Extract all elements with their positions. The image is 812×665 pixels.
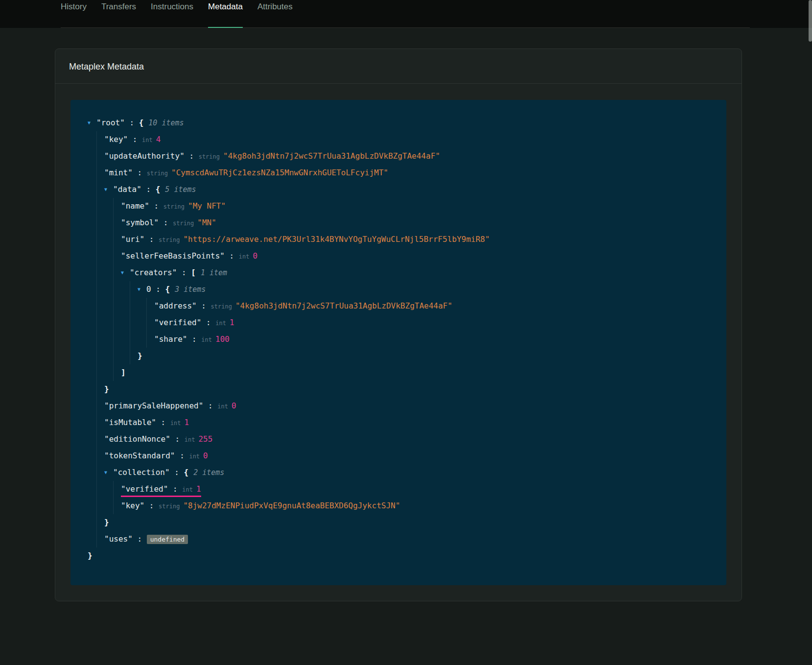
json-colon: :	[149, 201, 163, 211]
card-body: ▼"root" : {10 items"key" : int4"updateAu…	[55, 84, 742, 601]
json-closing-line: }	[104, 381, 709, 398]
json-value-string: "https://arweave.net/PK3Url31k4BYNvYOgTu…	[183, 235, 489, 244]
json-value-int: 0	[253, 251, 258, 261]
json-value-int: 4	[156, 135, 161, 144]
line-content: "verified" : int1	[154, 314, 234, 332]
tab-instructions[interactable]: Instructions	[151, 0, 193, 27]
tab-metadata[interactable]: Metadata	[208, 0, 243, 27]
json-key: "symbol"	[121, 218, 159, 227]
open-brace: {	[165, 285, 170, 294]
line-content: "isMutable" : int1	[104, 414, 189, 431]
json-children-group: "verified" : int1"key" : string"8jw27dMz…	[113, 481, 709, 514]
close-brace: }	[88, 551, 93, 560]
json-colon: :	[133, 534, 147, 544]
json-node: "updateAuthority" : string"4kg8oh3jdNtn7…	[104, 148, 709, 165]
json-node: "symbol" : string"MN"	[121, 214, 709, 231]
json-value-int: 0	[203, 451, 208, 460]
json-line: "primarySaleHappened" : int0	[104, 398, 709, 414]
json-colon: :	[170, 434, 185, 444]
json-children-group: "address" : string"4kg8oh3jdNtn7j2wcS7Tr…	[146, 298, 709, 348]
json-node: "isMutable" : int1	[104, 414, 709, 431]
json-colon: :	[156, 418, 170, 427]
value-type-label: int	[170, 420, 181, 427]
json-key: "data"	[113, 185, 141, 194]
json-key: "editionNonce"	[104, 434, 170, 444]
json-node: ▼0 : {3 items"address" : string"4kg8oh3j…	[138, 281, 709, 364]
collapse-arrow-icon[interactable]: ▼	[104, 464, 113, 481]
highlighted-line-content: "verified" : int1	[121, 482, 201, 497]
json-closing-line: }	[104, 514, 709, 531]
line-content: ▼"collection" : {2 items	[104, 464, 224, 481]
json-node: "verified" : int1	[121, 481, 709, 498]
collapse-arrow-icon[interactable]: ▼	[121, 264, 130, 281]
json-children-group: "key" : int4"updateAuthority" : string"4…	[96, 131, 709, 547]
json-key: "collection"	[113, 468, 170, 477]
tab-history[interactable]: History	[61, 0, 87, 27]
value-type-label: int	[217, 403, 228, 410]
line-content: ▼"creators" : [1 item	[121, 264, 227, 281]
line-content: "name" : string"My NFT"	[121, 198, 226, 215]
json-value-int: 1	[196, 484, 201, 494]
json-node: "name" : string"My NFT"	[121, 198, 709, 214]
json-node: ▼"creators" : [1 item▼0 : {3 items"addre…	[121, 264, 709, 381]
close-bracket: ]	[121, 368, 126, 377]
json-line: "mint" : string"CymscdAwuTRjCz1ezsNZa15M…	[104, 165, 709, 181]
json-line: ▼"root" : {10 items	[88, 115, 709, 131]
json-node: "key" : string"8jw27dMzENPiudPxVqE9gnuAt…	[121, 498, 709, 514]
json-colon: :	[128, 135, 142, 144]
json-value-int: 255	[198, 434, 212, 444]
json-colon: :	[177, 268, 191, 277]
close-brace: }	[138, 351, 142, 360]
json-value-string: "4kg8oh3jdNtn7j2wcS7TrUua31AgbLzDVkBZgTA…	[235, 301, 452, 310]
tab-history-label: History	[61, 2, 87, 11]
json-colon: :	[125, 118, 139, 127]
value-type-label: int	[182, 486, 193, 493]
line-content: "key" : string"8jw27dMzENPiudPxVqE9gnuAt…	[121, 498, 400, 515]
tab-transfers[interactable]: Transfers	[101, 0, 136, 27]
json-key: "isMutable"	[104, 418, 156, 427]
collapse-arrow-icon[interactable]: ▼	[138, 281, 146, 298]
close-brace: }	[104, 518, 109, 527]
json-colon: :	[159, 218, 173, 227]
json-node: ▼"root" : {10 items"key" : int4"updateAu…	[88, 115, 709, 564]
json-node: "primarySaleHappened" : int0	[104, 398, 709, 414]
json-node: ▼"data" : {5 items"name" : string"My NFT…	[104, 181, 709, 398]
json-line: "isMutable" : int1	[104, 414, 709, 431]
json-node: "verified" : int1	[154, 314, 709, 331]
value-type-label: string	[147, 170, 168, 177]
value-type-label: int	[142, 137, 153, 143]
json-key: "uri"	[121, 235, 144, 244]
value-type-label: string	[159, 503, 180, 510]
value-type-label: int	[189, 453, 200, 460]
line-content: "symbol" : string"MN"	[121, 214, 216, 232]
json-closing-line: ]	[121, 364, 709, 381]
json-line: "updateAuthority" : string"4kg8oh3jdNtn7…	[104, 148, 709, 165]
json-line: "key" : string"8jw27dMzENPiudPxVqE9gnuAt…	[121, 498, 709, 514]
json-key: "key"	[104, 135, 128, 144]
collapse-arrow-icon[interactable]: ▼	[104, 181, 113, 198]
json-node: "tokenStandard" : int0	[104, 448, 709, 464]
collapse-arrow-icon[interactable]: ▼	[88, 115, 96, 131]
line-content: "share" : int100	[154, 331, 230, 348]
scrollbar-thumb[interactable]	[809, 0, 812, 42]
json-node: "key" : int4	[104, 131, 709, 148]
json-key: "creators"	[130, 268, 177, 277]
json-viewer: ▼"root" : {10 items"key" : int4"updateAu…	[70, 100, 726, 585]
open-brace: {	[156, 185, 161, 194]
undefined-badge: undefined	[147, 535, 188, 544]
json-line: "share" : int100	[154, 331, 709, 348]
json-colon: :	[168, 484, 182, 494]
json-line: ▼"data" : {5 items	[104, 181, 709, 198]
line-content: "sellerFeeBasisPoints" : int0	[121, 248, 257, 265]
open-brace: {	[184, 468, 189, 477]
items-count-label: 1 item	[201, 268, 227, 277]
json-key: "root"	[96, 118, 125, 127]
line-content: "updateAuthority" : string"4kg8oh3jdNtn7…	[104, 148, 440, 165]
json-line: ▼"collection" : {2 items	[104, 464, 709, 481]
line-content: "mint" : string"CymscdAwuTRjCz1ezsNZa15M…	[104, 165, 388, 182]
json-colon: :	[133, 168, 147, 177]
tab-attributes[interactable]: Attributes	[257, 0, 293, 27]
json-colon: :	[151, 285, 165, 294]
json-line: "tokenStandard" : int0	[104, 448, 709, 464]
line-content: "primarySaleHappened" : int0	[104, 398, 236, 415]
